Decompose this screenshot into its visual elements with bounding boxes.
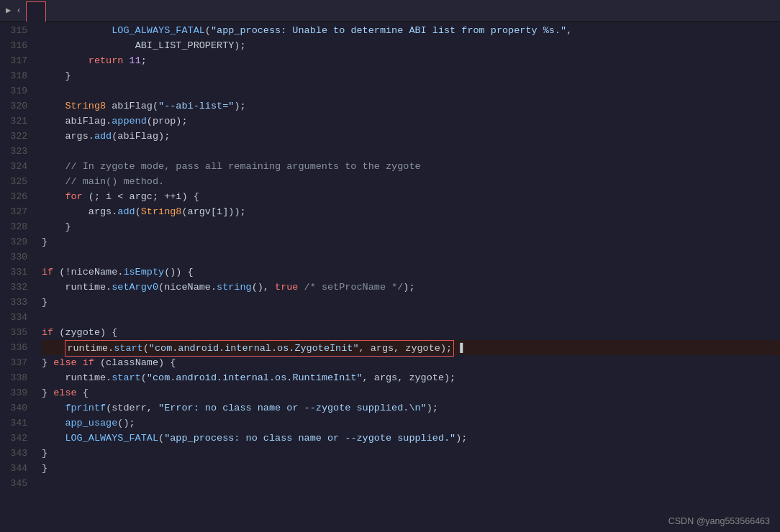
line-number: 337 bbox=[0, 355, 27, 370]
line-number: 342 bbox=[0, 431, 27, 446]
code-area: 3153163173183193203213223233243253263273… bbox=[0, 22, 780, 532]
line-number: 332 bbox=[0, 280, 27, 295]
line-number: 333 bbox=[0, 295, 27, 310]
code-line: } bbox=[42, 446, 780, 461]
title-bar-left: ▶ ‹ bbox=[0, 1, 52, 21]
line-number: 317 bbox=[0, 53, 27, 68]
code-line: } bbox=[42, 461, 780, 476]
code-line bbox=[42, 144, 780, 159]
line-number: 336 bbox=[0, 340, 27, 355]
file-tab[interactable] bbox=[26, 1, 46, 22]
code-line: args.add(String8(argv[i])); bbox=[42, 204, 780, 219]
code-line: for (; i < argc; ++i) { bbox=[42, 189, 780, 204]
line-number: 329 bbox=[0, 234, 27, 249]
line-number: 335 bbox=[0, 325, 27, 340]
code-content[interactable]: LOG_ALWAYS_FATAL("app_process: Unable to… bbox=[35, 22, 780, 532]
code-line: runtime.start("com.android.internal.os.R… bbox=[42, 370, 780, 385]
code-line: } bbox=[42, 234, 780, 249]
line-number: 320 bbox=[0, 98, 27, 114]
code-line: String8 abiFlag("--abi-list="); bbox=[42, 98, 780, 114]
code-line: args.add(abiFlag); bbox=[42, 129, 780, 144]
code-line bbox=[42, 476, 780, 491]
line-number: 318 bbox=[0, 68, 27, 83]
code-line: // In zygote mode, pass all remaining ar… bbox=[42, 159, 780, 174]
line-numbers: 3153163173183193203213223233243253263273… bbox=[0, 22, 35, 532]
line-number: 323 bbox=[0, 144, 27, 159]
code-line: runtime.start("com.android.internal.os.Z… bbox=[42, 340, 780, 355]
line-number: 343 bbox=[0, 446, 27, 461]
line-number: 331 bbox=[0, 265, 27, 280]
line-number: 344 bbox=[0, 461, 27, 476]
code-line: fprintf(stderr, "Error: no class name or… bbox=[42, 400, 780, 416]
code-line: return 11; bbox=[42, 53, 780, 68]
line-number: 322 bbox=[0, 129, 27, 144]
code-line: } bbox=[42, 68, 780, 83]
code-line bbox=[42, 249, 780, 265]
title-bar: ▶ ‹ bbox=[0, 0, 780, 22]
code-line: ABI_LIST_PROPERTY); bbox=[42, 38, 780, 53]
line-number: 324 bbox=[0, 159, 27, 174]
line-number: 328 bbox=[0, 219, 27, 234]
watermark: CSDN @yang553566463 bbox=[668, 516, 770, 526]
code-line: } else { bbox=[42, 385, 780, 400]
line-number: 339 bbox=[0, 385, 27, 400]
line-number: 330 bbox=[0, 249, 27, 265]
line-number: 327 bbox=[0, 204, 27, 219]
line-number: 338 bbox=[0, 370, 27, 385]
code-line: runtime.setArgv0(niceName.string(), true… bbox=[42, 280, 780, 295]
line-number: 345 bbox=[0, 476, 27, 491]
code-line bbox=[42, 310, 780, 325]
code-line: LOG_ALWAYS_FATAL("app_process: no class … bbox=[42, 431, 780, 446]
code-line: app_usage(); bbox=[42, 416, 780, 431]
code-line: } bbox=[42, 295, 780, 310]
code-line: } bbox=[42, 219, 780, 234]
line-number: 321 bbox=[0, 114, 27, 129]
line-number: 316 bbox=[0, 38, 27, 53]
code-line: // main() method. bbox=[42, 174, 780, 189]
code-line: if (zygote) { bbox=[42, 325, 780, 340]
line-number: 326 bbox=[0, 189, 27, 204]
code-line: if (!niceName.isEmpty()) { bbox=[42, 265, 780, 280]
line-number: 341 bbox=[0, 416, 27, 431]
code-line: } else if (className) { bbox=[42, 355, 780, 370]
code-line: abiFlag.append(prop); bbox=[42, 114, 780, 129]
nav-arrow-icon[interactable]: ▶ ‹ bbox=[6, 5, 22, 16]
line-number: 319 bbox=[0, 83, 27, 98]
line-number: 334 bbox=[0, 310, 27, 325]
code-line: LOG_ALWAYS_FATAL("app_process: Unable to… bbox=[42, 23, 780, 38]
line-number: 340 bbox=[0, 400, 27, 416]
code-line bbox=[42, 83, 780, 98]
line-number: 325 bbox=[0, 174, 27, 189]
line-number: 315 bbox=[0, 23, 27, 38]
